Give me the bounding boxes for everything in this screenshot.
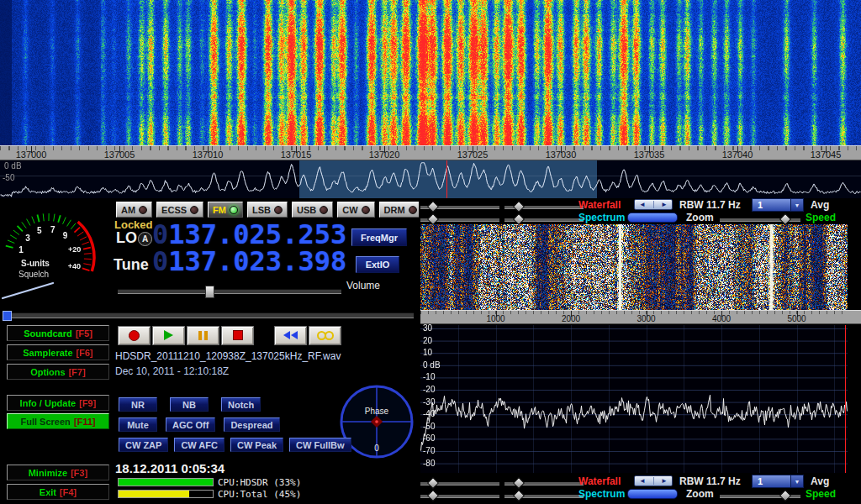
main-spectrum-display[interactable]: 0 dB -50	[0, 160, 861, 198]
mode-button-usb[interactable]: USB	[292, 202, 333, 218]
dropdown-arrow-icon[interactable]: ▼	[790, 475, 803, 487]
button-minimize[interactable]: Minimize[F3]	[7, 465, 109, 480]
scroll-left-icon[interactable]: ◄	[639, 478, 646, 485]
button-options[interactable]: Options[F7]	[7, 364, 109, 380]
zoom-slider-bottom[interactable]	[720, 495, 800, 498]
smeter-tick	[10, 235, 17, 239]
zoom-slider-top[interactable]	[720, 218, 800, 222]
waterfall-brightness-slider-bottom[interactable]	[420, 482, 499, 486]
zoom-spectrum-canvas[interactable]	[420, 325, 848, 473]
waterfall-contrast-slider-thumb-top[interactable]	[513, 201, 525, 213]
extio-button[interactable]: ExtIO	[356, 256, 399, 273]
dsp-button-cw-afc[interactable]: CW AFC	[174, 438, 224, 452]
dsp-button-mute[interactable]: Mute	[119, 417, 157, 432]
dsp-button-cw-fullbw[interactable]: CW FullBw	[289, 438, 351, 452]
main-waterfall-display[interactable]	[0, 0, 861, 145]
main-frequency-scale[interactable]: 1370001370051370101370151370201370251370…	[0, 145, 861, 160]
dsp-button-notch[interactable]: Notch	[221, 397, 261, 412]
zoom-range-bar-top[interactable]	[627, 213, 678, 223]
smeter-tick	[22, 222, 26, 228]
main-spectrum-canvas[interactable]	[0, 160, 861, 198]
squelch-slider[interactable]	[3, 312, 414, 318]
scroll-right-icon[interactable]: ►	[661, 202, 668, 208]
dsp-button-cw-peak[interactable]: CW Peak	[230, 438, 283, 452]
waterfall-contrast-slider-top[interactable]	[504, 206, 584, 209]
smeter-squelch-label: Squelch	[18, 270, 49, 279]
squelch-slider-thumb[interactable]	[3, 311, 12, 321]
smeter-tick	[82, 268, 90, 270]
volume-slider-thumb[interactable]	[205, 286, 214, 298]
mode-button-label: FM	[213, 205, 226, 215]
stop-icon	[233, 330, 243, 340]
dsp-button-nb[interactable]: NB	[170, 397, 209, 412]
zoom-db-tick-label: -70	[423, 446, 435, 455]
dsp-button-despread[interactable]: Despread	[224, 417, 279, 432]
scroll-arrows-button-bottom[interactable]: ◄►	[634, 475, 673, 486]
waterfall-brightness-slider-thumb-top[interactable]	[427, 201, 439, 213]
zoom-waterfall-display[interactable]	[420, 224, 848, 310]
dropdown-arrow-icon[interactable]: ▼	[790, 199, 803, 211]
antenna-button[interactable]: A	[138, 232, 152, 246]
loop-icon	[317, 331, 334, 340]
spectrum-brightness-slider-bottom[interactable]	[420, 495, 499, 498]
loop-button[interactable]	[309, 326, 341, 345]
freqmgr-button[interactable]: FreqMgr	[351, 228, 407, 246]
scroll-arrows-button-top[interactable]: ◄►	[634, 199, 673, 210]
pause-button[interactable]	[187, 326, 219, 345]
zoom-range-bar-bottom[interactable]	[627, 489, 678, 499]
waterfall-contrast-slider-bottom[interactable]	[504, 482, 584, 486]
waterfall-contrast-slider-thumb-bottom[interactable]	[513, 477, 525, 489]
spectrum-contrast-slider-thumb-top[interactable]	[513, 213, 525, 225]
record-button[interactable]	[118, 326, 151, 345]
tune-frequency-display[interactable]: 0137.023.398	[152, 248, 346, 276]
cpu-hdsdr-bar	[118, 478, 214, 486]
dsp-button-row: NRNBNotch	[119, 397, 261, 412]
button-samplerate[interactable]: Samplerate[F6]	[7, 344, 109, 360]
mode-led-icon	[139, 206, 147, 214]
mode-button-drm[interactable]: DRM	[379, 202, 422, 218]
button-full-screen[interactable]: Full Screen[F11]	[7, 413, 109, 429]
dsp-button-label: CW FullBw	[296, 440, 344, 450]
mode-button-fm[interactable]: FM	[208, 202, 243, 218]
scroll-right-icon[interactable]: ►	[661, 478, 668, 485]
frequency-tick-label: 137010	[193, 150, 224, 160]
rewind-button[interactable]	[274, 326, 307, 345]
stop-button[interactable]	[221, 326, 254, 345]
spectrum-contrast-slider-thumb-bottom[interactable]	[513, 490, 525, 501]
spectrum-brightness-slider-top[interactable]	[420, 218, 499, 222]
mode-button-lsb[interactable]: LSB	[247, 202, 288, 218]
scroll-left-icon[interactable]: ◄	[639, 202, 646, 208]
frequency-tick-label: 137035	[634, 150, 665, 160]
avg-select-bottom[interactable]: 1▼	[752, 475, 804, 488]
mode-button-am[interactable]: AM	[116, 202, 152, 218]
waterfall-brightness-slider-top[interactable]	[420, 206, 499, 209]
spectrum-contrast-slider-bottom[interactable]	[504, 495, 584, 498]
display-controls-bottom: WaterfallSpectrum◄►RBW 11.7 Hz1▼AvgZoomS…	[419, 475, 861, 500]
button-soundcard[interactable]: Soundcard[F5]	[7, 325, 109, 341]
dsp-button-nr[interactable]: NR	[119, 397, 157, 412]
zoom-slider-thumb-bottom[interactable]	[779, 490, 791, 501]
hdsdr-app: 1370001370051370101370151370201370251370…	[0, 0, 861, 504]
waterfall-brightness-slider-thumb-bottom[interactable]	[427, 477, 439, 489]
volume-slider[interactable]	[118, 289, 341, 294]
spectrum-brightness-slider-thumb-bottom[interactable]	[427, 490, 439, 501]
dsp-button-agc-off[interactable]: AGC Off	[166, 417, 215, 432]
mode-led-icon	[409, 206, 417, 214]
zoom-frequency-scale[interactable]: 10002000300040005000	[420, 310, 861, 324]
button-exit[interactable]: Exit[F4]	[7, 484, 109, 500]
avg-select-top[interactable]: 1▼	[752, 198, 804, 212]
play-button[interactable]	[152, 326, 185, 345]
zoom-db-tick-label: -80	[423, 459, 435, 468]
button-info-update[interactable]: Info / Update[F9]	[7, 395, 109, 411]
mode-button-cw[interactable]: CW	[337, 202, 374, 218]
tune-leading-zero: 0	[152, 245, 168, 277]
spectrum-brightness-slider-thumb-top[interactable]	[427, 213, 439, 225]
zoom-spectrum-display[interactable]: 3020100 dB-10-20-30-40-50-60-70-80	[420, 325, 848, 473]
mode-button-ecss[interactable]: ECSS	[156, 202, 203, 218]
zoom-frequency-minor-ticks	[420, 311, 849, 314]
zoom-slider-thumb-top[interactable]	[779, 213, 791, 225]
spectrum-contrast-slider-top[interactable]	[504, 218, 584, 222]
smeter-tick	[84, 254, 92, 255]
fkey-button-key: [F6]	[77, 348, 93, 358]
dsp-button-cw-zap[interactable]: CW ZAP	[119, 438, 168, 452]
